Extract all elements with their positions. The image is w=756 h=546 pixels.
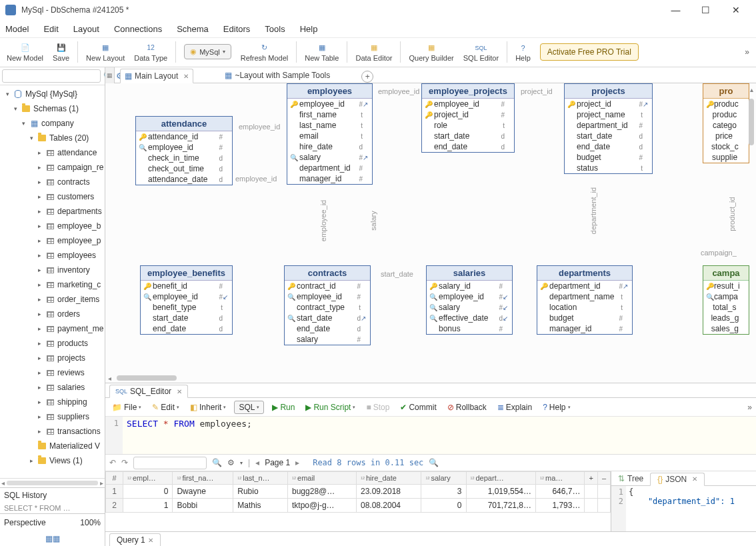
table-departments[interactable]: departments 🔑department_id#↗department_n… — [537, 265, 633, 335]
sql-code-editor[interactable]: 1 SELECT * FROM employees; — [105, 417, 756, 454]
tree-table-inventory[interactable]: ▸inventory — [0, 263, 105, 277]
data-type-button[interactable]: 12Data Type — [130, 41, 171, 63]
column[interactable]: 🔑result_i — [703, 281, 749, 291]
column[interactable]: bonus# — [427, 323, 512, 334]
column[interactable]: 🔑produc — [703, 99, 749, 109]
column[interactable]: supplie — [703, 152, 749, 163]
tab-main-layout[interactable]: ▦Main Layout✕ — [120, 69, 193, 83]
undo-icon[interactable]: ↶ — [109, 458, 116, 467]
column[interactable]: 🔑benefit_id# — [141, 281, 232, 291]
column[interactable]: stock_c — [703, 141, 749, 152]
tree-table-products[interactable]: ▸products — [0, 336, 105, 351]
column[interactable]: 🔍effective_dated↙ — [427, 313, 512, 323]
result-row[interactable]: 21BobbiMathistktpo@j-g…08.08.20040701,72… — [106, 499, 611, 513]
close-icon[interactable]: ✕ — [177, 388, 182, 395]
column[interactable]: 🔑employee_id# — [422, 99, 514, 109]
tree-tables-group[interactable]: ▾Tables (20) — [0, 131, 105, 145]
tree-schemas[interactable]: ▾Schemas (1) — [0, 101, 105, 116]
column[interactable]: first_namet — [287, 109, 372, 120]
add-layout-button[interactable]: + — [361, 71, 373, 83]
tree-table-employee_b[interactable]: ▸employee_b — [0, 219, 105, 233]
table-attendance[interactable]: attendance 🔑attendance_id#🔍employee_id#c… — [135, 116, 233, 185]
menu-help[interactable]: Help — [300, 24, 318, 34]
help-button[interactable]: ?Help — [511, 41, 535, 63]
tab-query-1[interactable]: Query 1✕ — [109, 533, 161, 546]
tree-table-marketing_c[interactable]: ▸marketing_c — [0, 277, 105, 292]
tree-table-reviews[interactable]: ▸reviews — [0, 365, 105, 380]
refresh-model-button[interactable]: ↻Refresh Model — [237, 41, 293, 63]
explain-button[interactable]: ≣ Explain — [495, 401, 535, 413]
column[interactable]: end_dated — [285, 323, 370, 334]
search-icon[interactable]: 🔍 — [212, 458, 222, 467]
json-tab[interactable]: {}JSON✕ — [650, 473, 705, 486]
edit-menu[interactable]: ✎Edit▾ — [149, 401, 182, 413]
gear-icon[interactable]: ⚙ — [227, 458, 235, 467]
menu-editors[interactable]: Editors — [223, 24, 250, 34]
table-contracts[interactable]: contracts 🔑contract_id#🔍employee_id#cont… — [284, 265, 371, 345]
stop-button[interactable]: ■ Stop — [363, 401, 392, 413]
column[interactable]: department_id# — [287, 163, 372, 173]
run-button[interactable]: ▶ Run — [269, 401, 297, 413]
result-row[interactable]: 10DwayneRubiobugg28@…23.09.201831,019,55… — [106, 485, 611, 499]
sidebar-search-input[interactable] — [2, 69, 101, 83]
next-page-icon[interactable]: ▸ — [295, 458, 299, 467]
tree-table-shipping[interactable]: ▸shipping — [0, 395, 105, 409]
column[interactable]: locationt — [537, 302, 632, 313]
column[interactable]: project_namet — [565, 109, 652, 120]
new-layout-button[interactable]: ▦New Layout — [82, 41, 129, 63]
table-projects[interactable]: projects 🔑project_id#↗project_nametdepar… — [564, 83, 653, 174]
column[interactable]: 🔍employee_id#↙ — [141, 291, 232, 302]
sidebar-scroll-x[interactable]: ◂▸ — [0, 478, 105, 487]
tree-root[interactable]: ▾MySql {MySql} — [0, 87, 105, 101]
result-search-input[interactable] — [133, 457, 207, 469]
column[interactable]: end_dated — [422, 141, 514, 152]
menu-connections[interactable]: Connections — [114, 24, 162, 34]
menu-layout[interactable]: Layout — [73, 24, 99, 34]
inherit-menu[interactable]: ◧Inherit▾ — [187, 401, 229, 413]
menu-tools[interactable]: Tools — [265, 24, 285, 34]
tree-table-payment_me[interactable]: ▸payment_me — [0, 321, 105, 336]
column[interactable]: start_dated — [565, 131, 652, 141]
tree-table-projects[interactable]: ▸projects — [0, 351, 105, 365]
tree-table-campaign_re[interactable]: ▸campaign_re — [0, 160, 105, 175]
column[interactable]: manager_id# — [537, 323, 632, 334]
tree-table-salaries[interactable]: ▸salaries — [0, 380, 105, 395]
column[interactable]: start_dated — [422, 131, 514, 141]
rollback-button[interactable]: ⊘ Rollback — [445, 401, 489, 413]
column[interactable]: 🔑project_id# — [422, 109, 514, 120]
result-grid[interactable]: #¹²empl…¹²first_na…¹²last_n…¹²email¹²hir… — [105, 471, 611, 531]
column[interactable]: 🔍campa — [703, 291, 749, 302]
tree-table-departments[interactable]: ▸departments — [0, 204, 105, 219]
column[interactable]: 🔑department_id#↗ — [537, 281, 632, 291]
maximize-button[interactable]: ☐ — [691, 1, 721, 19]
table-employees[interactable]: employees 🔑employee_id#↗first_nametlast_… — [287, 83, 373, 185]
column[interactable]: hire_dated — [287, 141, 372, 152]
column[interactable]: 🔑salary_id# — [427, 281, 512, 291]
menu-edit[interactable]: Edit — [43, 24, 58, 34]
column[interactable]: last_namet — [287, 120, 372, 131]
column[interactable]: 🔑project_id#↗ — [565, 99, 652, 109]
close-icon[interactable]: ✕ — [183, 73, 189, 80]
column[interactable]: salary# — [285, 334, 370, 345]
tree-table-suppliers[interactable]: ▸suppliers — [0, 409, 105, 424]
toolbar-overflow-icon[interactable]: » — [747, 403, 752, 412]
commit-button[interactable]: ✔ Commit — [397, 401, 439, 413]
column[interactable]: leads_g — [703, 313, 749, 323]
tab-sql-editor[interactable]: SQLSQL_Editor✕ — [109, 385, 188, 398]
column[interactable]: check_in_timed — [136, 153, 232, 163]
toolbar-overflow-icon[interactable]: » — [741, 47, 753, 57]
column[interactable]: sales_g — [703, 323, 749, 334]
column[interactable]: 🔍employee_id#↙ — [427, 291, 512, 302]
run-script-button[interactable]: ▶ Run Script ▾ — [303, 401, 358, 413]
table-campaign-cut[interactable]: campa 🔑result_i🔍campatotal_sleads_gsales… — [703, 265, 749, 335]
new-model-button[interactable]: 📄New Model — [3, 41, 47, 63]
tree-table-orders[interactable]: ▸orders — [0, 307, 105, 321]
column[interactable]: 🔍employee_id# — [285, 291, 370, 302]
canvas-scroll-h[interactable]: ◂ — [105, 373, 747, 383]
tree-company[interactable]: ▾▦company — [0, 116, 105, 131]
column[interactable]: 🔑attendance_id# — [136, 131, 232, 142]
file-menu[interactable]: 📁File▾ — [109, 401, 144, 413]
menu-model[interactable]: Model — [5, 24, 29, 34]
column[interactable]: 🔑employee_id#↗ — [287, 99, 372, 109]
close-button[interactable]: ✕ — [721, 1, 751, 19]
